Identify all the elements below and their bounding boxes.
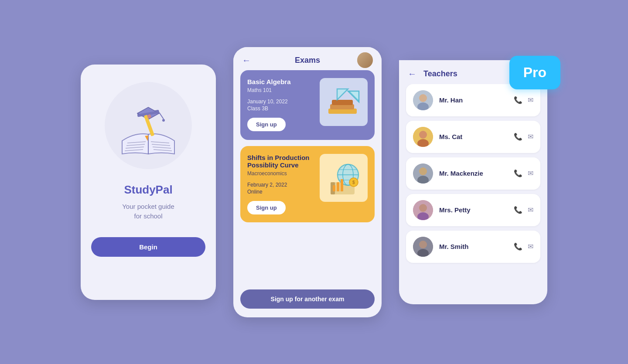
user-avatar[interactable]	[357, 52, 373, 68]
teacher-card-mackenzie: Mr. Mackenzie 📞 ✉	[406, 157, 540, 190]
exam-class-algebra: Class 3B	[247, 105, 314, 112]
svg-point-13	[162, 119, 165, 122]
studypal-screen: StudyPal Your pocket guidefor school Beg…	[81, 65, 216, 300]
teacher-actions-han: 📞 ✉	[514, 96, 533, 104]
teacher-avatar-han	[413, 90, 433, 110]
teachers-screen: Pro ← Teachers Mr. Han 📞 ✉ Ms. Cat 📞 ✉	[399, 60, 547, 304]
exams-screen: ← Exams Basic Algebra Maths 101 January …	[233, 47, 382, 317]
exam-class-economics: Online	[247, 189, 314, 195]
svg-marker-22	[337, 89, 348, 100]
teacher-avatar-mackenzie	[413, 163, 433, 184]
phone-icon-smith[interactable]: 📞	[514, 242, 522, 251]
teacher-actions-cat: 📞 ✉	[514, 133, 533, 141]
svg-rect-32	[333, 185, 335, 191]
phone-icon-cat[interactable]: 📞	[514, 133, 522, 141]
teacher-name-petty: Mrs. Petty	[439, 206, 508, 214]
exams-footer: Sign up for another exam	[233, 289, 382, 317]
phone-icon-petty[interactable]: 📞	[514, 206, 522, 214]
svg-rect-34	[341, 179, 343, 191]
phone-icon-mackenzie[interactable]: 📞	[514, 169, 522, 177]
svg-text:$: $	[352, 180, 355, 185]
mail-icon-cat[interactable]: ✉	[528, 133, 533, 141]
teacher-card-petty: Mrs. Petty 📞 ✉	[406, 194, 540, 226]
svg-point-36	[419, 94, 427, 102]
teacher-avatar-cat	[413, 127, 433, 147]
exams-header: ← Exams	[233, 47, 382, 70]
teacher-actions-mackenzie: 📞 ✉	[514, 169, 533, 177]
mail-icon-smith[interactable]: ✉	[528, 242, 533, 251]
teacher-avatar-petty	[413, 200, 433, 220]
begin-button[interactable]: Begin	[91, 237, 205, 257]
exam-subject-economics: Shifts in ProductionPossiblity Curve	[247, 154, 314, 169]
exam-course-economics: Macroeconomics	[247, 170, 314, 177]
exam-card-info-economics: Shifts in ProductionPossiblity Curve Mac…	[247, 154, 314, 214]
svg-point-42	[419, 167, 427, 175]
svg-rect-19	[332, 100, 353, 105]
phone-icon-han[interactable]: 📞	[514, 96, 522, 104]
teacher-actions-smith: 📞 ✉	[514, 242, 533, 251]
exam-course-algebra: Maths 101	[247, 87, 314, 93]
mail-icon-han[interactable]: ✉	[528, 96, 533, 104]
exams-title: Exams	[295, 56, 320, 65]
signup-economics-button[interactable]: Sign up	[247, 201, 286, 214]
exam-card-info-algebra: Basic Algebra Maths 101 January 10, 2022…	[247, 78, 314, 131]
teacher-name-mackenzie: Mr. Mackenzie	[439, 170, 508, 177]
svg-point-39	[419, 131, 427, 139]
signup-algebra-button[interactable]: Sign up	[247, 118, 286, 131]
studypal-illustration	[105, 82, 192, 169]
mail-icon-petty[interactable]: ✉	[528, 206, 533, 214]
teacher-name-cat: Ms. Cat	[439, 133, 508, 140]
svg-line-12	[159, 112, 164, 119]
exam-image-economics: $	[320, 154, 368, 202]
teacher-actions-petty: 📞 ✉	[514, 206, 533, 214]
teacher-name-han: Mr. Han	[439, 96, 508, 104]
exam-image-algebra	[320, 78, 368, 126]
teacher-card-cat: Ms. Cat 📞 ✉	[406, 121, 540, 153]
pro-badge: Pro	[509, 56, 560, 89]
teacher-card-smith: Mr. Smith 📞 ✉	[406, 231, 540, 263]
another-exam-button[interactable]: Sign up for another exam	[240, 289, 375, 309]
studypal-subtitle: Your pocket guidefor school	[122, 202, 174, 221]
exam-subject-algebra: Basic Algebra	[247, 78, 314, 85]
teacher-avatar-smith	[413, 237, 433, 257]
svg-point-48	[419, 241, 427, 248]
exam-date-algebra: January 10, 2022	[247, 99, 314, 105]
exams-back-button[interactable]: ←	[242, 55, 251, 65]
teachers-title: Teachers	[423, 69, 457, 78]
exam-card-economics: Shifts in ProductionPossiblity Curve Mac…	[240, 146, 375, 222]
svg-point-45	[419, 204, 427, 212]
exam-date-economics: February 2, 2022	[247, 182, 314, 188]
studypal-title: StudyPal	[124, 183, 172, 197]
mail-icon-mackenzie[interactable]: ✉	[528, 169, 533, 177]
exam-card-algebra: Basic Algebra Maths 101 January 10, 2022…	[240, 70, 375, 140]
teachers-list: Mr. Han 📞 ✉ Ms. Cat 📞 ✉ Mr. Mackenzie	[399, 84, 547, 272]
teacher-name-smith: Mr. Smith	[439, 243, 508, 250]
teachers-back-button[interactable]: ←	[408, 69, 416, 79]
svg-rect-33	[337, 182, 339, 191]
exams-body: Basic Algebra Maths 101 January 10, 2022…	[233, 70, 382, 289]
